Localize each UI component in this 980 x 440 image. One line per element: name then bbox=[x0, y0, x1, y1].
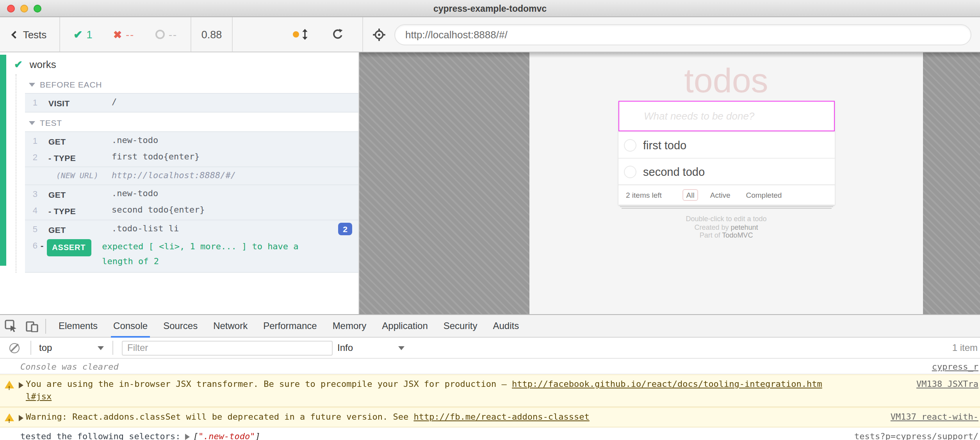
command-method: GET bbox=[48, 186, 112, 202]
warning-link[interactable]: http://fb.me/react-addons-classset bbox=[413, 412, 589, 422]
command-group: (NEW URL) http://localhost:8888/#/ bbox=[25, 167, 358, 185]
todo-app: todos first todo second todo 2 items le bbox=[618, 62, 834, 240]
tab-application[interactable]: Application bbox=[374, 315, 435, 337]
tabbar-divider bbox=[45, 318, 46, 333]
auto-scroll-toggle[interactable] bbox=[293, 29, 308, 40]
todo-toggle-checkbox[interactable] bbox=[624, 139, 636, 151]
info-todomvc-link[interactable]: TodoMVC bbox=[722, 231, 753, 239]
warning-text: Warning: React.addons.classSet will be d… bbox=[26, 412, 413, 422]
toolbar-shadow bbox=[359, 52, 980, 58]
todo-toggle-checkbox[interactable] bbox=[624, 165, 636, 178]
array-bracket: ] bbox=[255, 431, 260, 440]
command-number: 4 bbox=[25, 202, 37, 218]
command-group: 3 GET .new-todo 4 - TYPE second todo{ent… bbox=[25, 185, 358, 220]
console-source-link[interactable]: tests?p=cypress/support/ bbox=[854, 431, 978, 440]
tab-elements[interactable]: Elements bbox=[51, 315, 105, 337]
command-message: .todo-list li bbox=[112, 221, 358, 237]
toolbar-controls bbox=[233, 28, 362, 41]
viewport-info-button[interactable] bbox=[363, 28, 394, 41]
url-bar[interactable]: http://localhost:8888/#/ bbox=[394, 24, 971, 45]
section-before-each[interactable]: BEFORE EACH bbox=[16, 74, 358, 93]
command-number: 3 bbox=[25, 186, 37, 202]
log-level-selected: Info bbox=[337, 342, 353, 353]
command-row[interactable]: 1 GET .new-todo bbox=[25, 133, 358, 149]
todo-card: first todo second todo 2 items left All … bbox=[618, 101, 834, 205]
check-icon: ✔ bbox=[73, 28, 82, 41]
tab-performance[interactable]: Performance bbox=[255, 315, 324, 337]
inspect-element-button[interactable] bbox=[0, 315, 21, 337]
stat-passed: ✔ 1 bbox=[73, 28, 93, 41]
warning-link[interactable]: http://facebook.github.io/react/docs/too… bbox=[512, 379, 822, 389]
command-row[interactable]: 1 VISIT / bbox=[25, 95, 358, 111]
minimize-window-button[interactable] bbox=[20, 5, 28, 13]
pending-count: -- bbox=[169, 29, 177, 40]
filter-all[interactable]: All bbox=[682, 189, 698, 201]
command-log: BEFORE EACH 1 VISIT / TEST 1 G bbox=[16, 74, 358, 273]
cypress-toolbar: Tests ✔ 1 ✖ -- -- 0.88 bbox=[0, 17, 980, 52]
clear-console-icon[interactable] bbox=[9, 343, 20, 353]
warning-link-wrap[interactable]: l#jsx bbox=[26, 391, 910, 403]
tab-sources[interactable]: Sources bbox=[155, 315, 205, 337]
window-title: cypress-example-todomvc bbox=[433, 4, 547, 13]
expand-triangle-icon[interactable] bbox=[19, 382, 23, 388]
filter-active[interactable]: Active bbox=[706, 189, 734, 201]
context-selector[interactable]: top bbox=[39, 342, 104, 353]
test-stats: ✔ 1 ✖ -- -- bbox=[60, 28, 191, 41]
command-method: - TYPE bbox=[48, 149, 112, 166]
stat-pending: -- bbox=[155, 29, 177, 40]
test-title-row[interactable]: ✔ works bbox=[0, 52, 358, 74]
new-url-row[interactable]: (NEW URL) http://localhost:8888/#/ bbox=[25, 168, 358, 184]
info-author-link[interactable]: petehunt bbox=[731, 223, 758, 231]
section-label: TEST bbox=[40, 118, 62, 127]
tab-network[interactable]: Network bbox=[205, 315, 255, 337]
command-row[interactable]: 2 - TYPE first todo{enter} bbox=[25, 149, 358, 166]
command-number: 6 bbox=[25, 238, 37, 253]
new-todo-input[interactable] bbox=[618, 101, 834, 131]
command-row[interactable]: 3 GET .new-todo bbox=[25, 186, 358, 202]
traffic-lights bbox=[7, 5, 41, 13]
tab-audits[interactable]: Audits bbox=[485, 315, 527, 337]
console-messages: Console was cleared cypress_r You are us… bbox=[0, 359, 980, 440]
info-line: Created by petehunt bbox=[618, 223, 834, 231]
expand-triangle-icon[interactable] bbox=[19, 415, 23, 421]
expand-triangle-icon[interactable] bbox=[185, 433, 190, 440]
app-window: cypress-example-todomvc Tests ✔ 1 ✖ -- -… bbox=[0, 0, 980, 440]
console-source-link[interactable]: VM138 JSXTra bbox=[916, 378, 978, 391]
crosshair-icon bbox=[372, 28, 385, 41]
command-message: second todo{enter} bbox=[112, 202, 358, 218]
circle-icon bbox=[155, 30, 165, 39]
command-row[interactable]: 4 - TYPE second todo{enter} bbox=[25, 202, 358, 219]
test-title: works bbox=[30, 59, 56, 70]
assert-badge: ASSERT bbox=[46, 239, 91, 256]
selector-string: ".new-todo" bbox=[198, 431, 255, 440]
todo-item: first todo bbox=[618, 131, 834, 158]
back-to-tests-button[interactable]: Tests bbox=[0, 29, 59, 40]
section-test[interactable]: TEST bbox=[16, 113, 358, 131]
reload-icon[interactable] bbox=[332, 28, 344, 41]
log-level-selector[interactable]: Info bbox=[337, 342, 404, 353]
check-icon: ✔ bbox=[14, 59, 23, 70]
filter-completed[interactable]: Completed bbox=[742, 189, 786, 201]
console-source-link[interactable]: VM137 react-with- bbox=[891, 411, 978, 424]
console-row-cleared: Console was cleared cypress_r bbox=[0, 359, 980, 374]
console-filter-input[interactable] bbox=[122, 340, 333, 355]
console-toolbar: top Info 1 item bbox=[0, 338, 980, 359]
chevron-down-icon bbox=[98, 346, 104, 350]
tab-memory[interactable]: Memory bbox=[325, 315, 374, 337]
info-prefix: Part of bbox=[700, 231, 722, 239]
tab-security[interactable]: Security bbox=[436, 315, 485, 337]
tab-console[interactable]: Console bbox=[105, 315, 155, 337]
log-text: tested the following selectors: bbox=[20, 431, 181, 440]
console-row-warning: You are using the in-browser JSX transfo… bbox=[0, 374, 980, 407]
collapse-triangle-icon bbox=[29, 121, 35, 125]
console-toolbar-divider bbox=[30, 341, 31, 355]
assert-command-row[interactable]: 6 - ASSERT expected [ <li>, 1 more... ] … bbox=[25, 238, 358, 271]
zoom-window-button[interactable] bbox=[34, 5, 41, 13]
console-source-link[interactable]: cypress_r bbox=[932, 362, 978, 372]
command-row[interactable]: 5 GET .todo-list li 2 bbox=[25, 221, 358, 238]
command-method: GET bbox=[48, 221, 112, 238]
close-window-button[interactable] bbox=[7, 5, 15, 13]
todo-label: first todo bbox=[643, 139, 686, 151]
device-toolbar-button[interactable] bbox=[21, 315, 42, 337]
failed-count: -- bbox=[126, 29, 134, 40]
